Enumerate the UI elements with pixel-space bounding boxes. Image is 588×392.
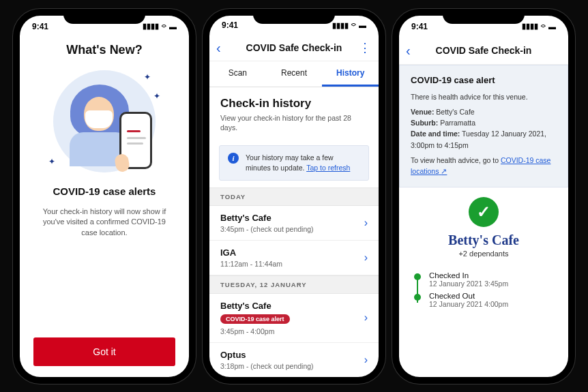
nav-bar: ‹ COVID Safe Check-in (399, 37, 568, 65)
section-header: TUESDAY, 12 JANUARY (209, 275, 379, 294)
signal-icon: ▮▮▮▮ (522, 22, 538, 31)
status-indicators: ▮▮▮▮ ⌔ ▬ (522, 22, 556, 31)
status-time: 9:41 (222, 20, 238, 30)
subtitle: COVID-19 case alerts (53, 185, 156, 197)
alert-intro: There is health advice for this venue. (411, 91, 557, 102)
venue-name: Optus (220, 350, 314, 360)
star-icon: ✦ (153, 91, 160, 101)
tab-recent[interactable]: Recent (266, 61, 323, 87)
venue-name: Betty's Cafe (220, 301, 290, 311)
venue-time: 11:12am - 11:44am (220, 260, 282, 268)
venue-time: 3:18pm - (check out pending) (220, 362, 314, 370)
battery-icon: ▬ (359, 21, 366, 29)
nav-bar: ‹ COVID Safe Check-in ⋮ (209, 35, 379, 61)
checkout-time: 12 January 2021 4:00pm (429, 300, 508, 308)
status-time: 9:41 (32, 22, 48, 31)
case-alert-panel: COVID-19 case alert There is health advi… (399, 65, 568, 187)
wifi-icon: ⌔ (162, 22, 166, 31)
star-icon: ✦ (144, 72, 151, 82)
star-icon: ✦ (48, 157, 55, 166)
tab-history[interactable]: History (322, 61, 379, 87)
external-link-icon: ↗ (441, 167, 447, 175)
notch (253, 9, 335, 24)
section-header: TODAY (209, 187, 379, 206)
venue-name: Betty's Cafe (220, 213, 314, 223)
history-row[interactable]: Optus 3:18pm - (check out pending) › (209, 343, 379, 377)
alert-suburb: Parramatta (440, 119, 475, 127)
phone-case-alert: 9:41 ▮▮▮▮ ⌔ ▬ ‹ COVID Safe Check-in COVI… (392, 9, 575, 384)
history-heading: Check-in history (220, 97, 368, 110)
info-text: Your history may take a few minutes to u… (246, 153, 360, 172)
alert-heading: COVID-19 case alert (411, 74, 557, 87)
status-time: 9:41 (411, 22, 428, 31)
status-indicators: ▮▮▮▮ ⌔ ▬ (332, 21, 366, 30)
back-button[interactable]: ‹ (406, 43, 411, 59)
signal-icon: ▮▮▮▮ (143, 22, 159, 31)
chevron-right-icon: › (364, 252, 368, 264)
page-title: What's New? (66, 43, 142, 57)
wifi-icon: ⌔ (541, 22, 546, 31)
timeline-dot-icon (414, 294, 421, 301)
phone-whats-new: 9:41 ▮▮▮▮ ⌔ ▬ What's New? ✦ ✦ ✦ (13, 9, 196, 384)
refresh-link[interactable]: Tap to refresh (306, 164, 350, 172)
battery-icon: ▬ (548, 22, 556, 31)
tab-bar: Scan Recent History (209, 61, 379, 87)
nav-title: COVID Safe Check-in (246, 42, 342, 53)
nav-title: COVID Safe Check-in (436, 45, 532, 56)
battery-icon: ▬ (169, 22, 177, 31)
chevron-right-icon: › (364, 312, 368, 324)
checkin-label: Checked In (429, 271, 508, 280)
dependants-count: +2 dependants (458, 250, 508, 258)
signal-icon: ▮▮▮▮ (332, 21, 349, 30)
checked-venue-name: Betty's Cafe (448, 232, 519, 248)
illustration-person-mask-phone: ✦ ✦ ✦ (50, 67, 159, 176)
notch (443, 9, 525, 24)
check-timeline: Checked In 12 January 2021 3:45pm Checke… (410, 271, 557, 312)
alert-venue: Betty's Cafe (436, 108, 474, 116)
back-button[interactable]: ‹ (216, 40, 221, 56)
checkmark-icon: ✓ (469, 197, 499, 227)
tab-scan[interactable]: Scan (209, 61, 266, 87)
notch (63, 9, 145, 24)
history-header: Check-in history View your check-in hist… (209, 87, 379, 138)
venue-time: 3:45pm - (check out pending) (220, 225, 314, 233)
checkin-time: 12 January 2021 3:45pm (429, 280, 508, 288)
description: Your check-in history will now show if y… (33, 207, 175, 239)
chevron-right-icon: › (364, 217, 368, 229)
more-menu-icon[interactable]: ⋮ (359, 40, 370, 55)
got-it-button[interactable]: Got it (33, 337, 175, 366)
info-icon: i (228, 153, 239, 164)
status-indicators: ▮▮▮▮ ⌔ ▬ (143, 22, 177, 31)
history-row-alert[interactable]: Betty's Cafe COVID-19 case alert 3:45pm … (209, 294, 379, 343)
timeline-dot-icon (414, 273, 421, 280)
venue-time: 3:45pm - 4:00pm (220, 327, 290, 335)
history-row[interactable]: Betty's Cafe 3:45pm - (check out pending… (209, 206, 379, 241)
info-banner[interactable]: i Your history may take a few minutes to… (219, 145, 369, 180)
wifi-icon: ⌔ (351, 21, 356, 29)
checkout-label: Checked Out (429, 292, 508, 300)
history-subheading: View your check-in history for the past … (220, 113, 368, 133)
history-row[interactable]: IGA 11:12am - 11:44am › (209, 241, 379, 275)
case-alert-badge: COVID-19 case alert (220, 314, 290, 324)
phone-history: 9:41 ▮▮▮▮ ⌔ ▬ ‹ COVID Safe Check-in ⋮ Sc… (203, 9, 385, 384)
chevron-right-icon: › (364, 354, 368, 366)
venue-name: IGA (220, 247, 282, 258)
